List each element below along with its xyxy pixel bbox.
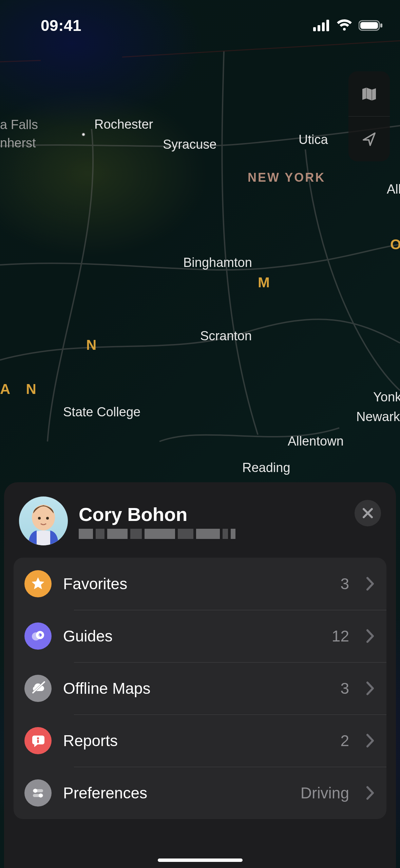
city-label-syracuse: Syracuse	[163, 137, 216, 152]
svg-rect-1	[318, 25, 320, 31]
city-label-scranton: Scranton	[200, 329, 252, 343]
city-label-utica: Utica	[299, 132, 328, 147]
row-label: Favorites	[63, 575, 329, 593]
road-letter-m: M	[258, 274, 270, 291]
city-label-state-college: State College	[63, 405, 140, 419]
city-label-falls: a Falls	[0, 117, 38, 132]
chevron-right-icon	[366, 734, 375, 748]
guides-icon	[24, 622, 52, 650]
map-mode-button[interactable]	[348, 71, 390, 116]
svg-rect-6	[380, 23, 382, 28]
cloud-slash-icon	[24, 675, 52, 702]
status-bar: 09:41	[0, 0, 400, 41]
location-arrow-icon	[361, 130, 378, 147]
city-label-binghamton: Binghamton	[183, 255, 252, 270]
row-reports[interactable]: Reports 2	[14, 715, 386, 767]
locate-me-button[interactable]	[348, 116, 390, 161]
star-icon	[24, 570, 52, 597]
city-label-newark: Newark	[356, 410, 400, 424]
report-bubble-icon	[24, 727, 52, 754]
home-indicator[interactable]	[158, 858, 243, 862]
close-icon	[362, 507, 374, 519]
chevron-right-icon	[366, 786, 375, 800]
sliders-icon	[24, 779, 52, 807]
row-guides[interactable]: Guides 12	[14, 610, 386, 662]
city-label-reading: Reading	[242, 460, 290, 475]
sheet-header: Cory Bohon	[4, 496, 396, 558]
city-label-amherst: nherst	[0, 136, 36, 150]
row-value: 3	[340, 679, 349, 698]
wifi-icon	[336, 19, 353, 32]
row-offline-maps[interactable]: Offline Maps 3	[14, 662, 386, 715]
map-icon	[360, 85, 378, 103]
city-label-albany: Alb	[387, 182, 400, 197]
status-time: 09:41	[41, 16, 81, 35]
svg-point-7	[32, 505, 55, 530]
row-value: 2	[340, 731, 349, 750]
row-label: Reports	[63, 731, 329, 750]
map-controls	[348, 71, 390, 161]
row-label: Guides	[63, 627, 320, 645]
row-value: 3	[340, 575, 349, 593]
row-preferences[interactable]: Preferences Driving	[14, 767, 386, 819]
profile-menu: Favorites 3 Guides 12	[14, 558, 386, 819]
region-label: NEW YORK	[248, 170, 325, 185]
chevron-right-icon	[366, 577, 375, 591]
svg-rect-2	[322, 22, 325, 31]
svg-rect-5	[360, 22, 378, 29]
row-favorites[interactable]: Favorites 3	[14, 558, 386, 610]
user-name: Cory Bohon	[79, 503, 235, 525]
row-label: Preferences	[63, 784, 289, 802]
road-letter-o: O	[390, 236, 400, 253]
profile-sheet[interactable]: Cory Bohon Favorites 3	[4, 482, 396, 868]
svg-rect-3	[326, 20, 329, 31]
svg-rect-12	[37, 740, 39, 743]
svg-point-16	[39, 794, 43, 798]
user-email-redacted	[79, 529, 235, 539]
svg-point-14	[33, 789, 37, 793]
chevron-right-icon	[366, 681, 375, 695]
battery-icon	[359, 19, 383, 32]
svg-point-8	[38, 517, 41, 520]
svg-point-9	[46, 517, 49, 520]
cellular-icon	[313, 20, 330, 31]
chevron-right-icon	[366, 629, 375, 643]
city-label-allentown: Allentown	[288, 434, 344, 449]
road-letter-an: A N	[0, 381, 42, 397]
user-avatar[interactable]	[19, 496, 68, 545]
close-button[interactable]	[355, 500, 381, 526]
svg-rect-0	[313, 27, 316, 31]
row-value: 12	[332, 627, 349, 645]
city-label-yonkers: Yonk	[373, 390, 400, 404]
road-letter-n: N	[86, 337, 96, 353]
row-value: Driving	[301, 784, 349, 802]
row-label: Offline Maps	[63, 679, 329, 698]
svg-point-11	[37, 737, 39, 739]
